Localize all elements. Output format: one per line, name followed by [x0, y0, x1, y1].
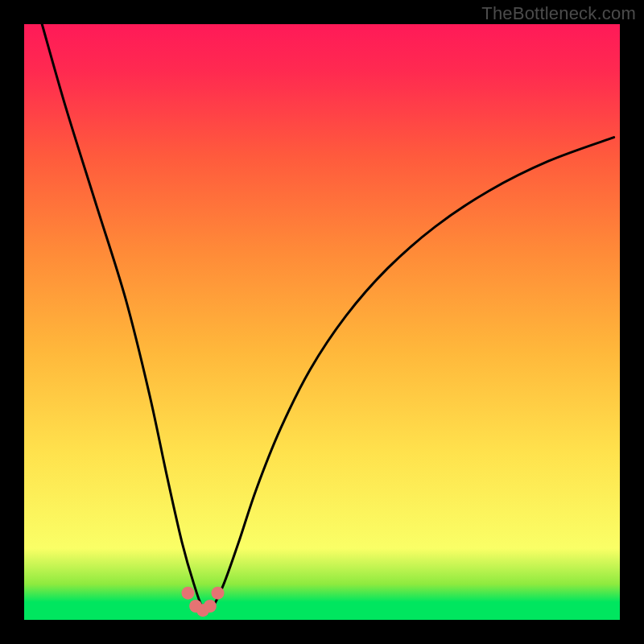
valley-marker: [212, 587, 225, 600]
valley-marker: [204, 600, 217, 613]
bottleneck-curve: [42, 24, 613, 611]
chart-frame: TheBottleneck.com: [0, 0, 644, 644]
plot-area: [24, 24, 620, 620]
watermark-text: TheBottleneck.com: [481, 3, 636, 24]
valley-markers: [182, 587, 225, 617]
bottleneck-curve-svg: [24, 24, 620, 620]
valley-marker: [182, 587, 195, 600]
